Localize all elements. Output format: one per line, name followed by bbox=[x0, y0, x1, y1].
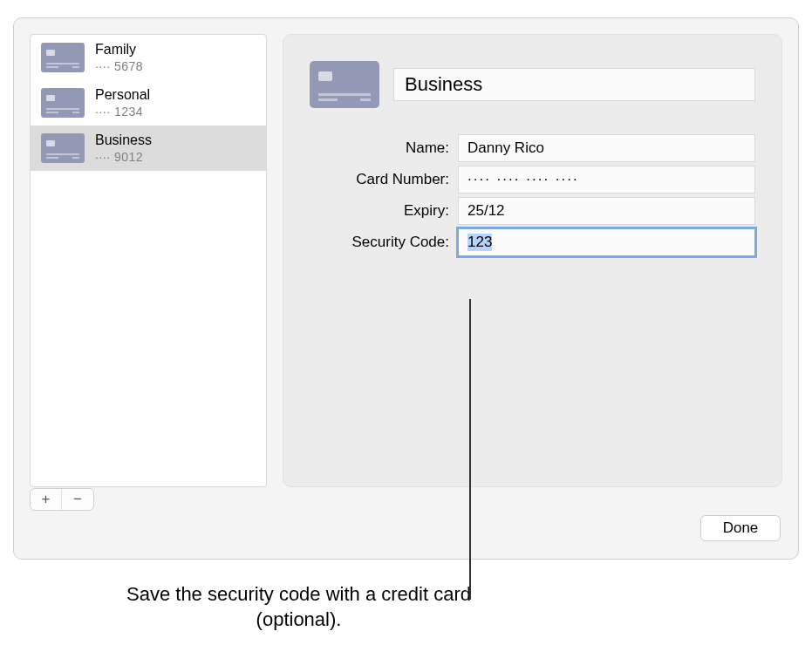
name-row: Name: bbox=[310, 134, 755, 162]
svg-rect-1 bbox=[46, 50, 55, 56]
expiry-label: Expiry: bbox=[310, 202, 449, 220]
security-code-label: Security Code: bbox=[310, 234, 449, 251]
svg-rect-8 bbox=[46, 112, 58, 113]
callout-text: Save the security code with a credit car… bbox=[13, 582, 471, 632]
sidebar-item-family[interactable]: Family ···· 5678 bbox=[31, 35, 266, 80]
credit-card-icon bbox=[41, 133, 85, 163]
card-title: Personal bbox=[95, 87, 150, 103]
done-button[interactable]: Done bbox=[700, 515, 781, 541]
svg-rect-4 bbox=[72, 66, 79, 68]
svg-rect-9 bbox=[72, 112, 79, 113]
security-code-value: 123 bbox=[467, 234, 492, 251]
svg-rect-7 bbox=[46, 108, 79, 110]
card-header bbox=[310, 61, 755, 108]
svg-rect-11 bbox=[46, 140, 55, 146]
card-list: Family ···· 5678 Personal ···· 1234 bbox=[30, 34, 267, 487]
sidebar-item-personal[interactable]: Personal ···· 1234 bbox=[31, 80, 266, 126]
annotation-callout: Save the security code with a credit car… bbox=[13, 582, 799, 632]
name-input[interactable] bbox=[458, 134, 755, 162]
card-title-input[interactable] bbox=[393, 68, 755, 101]
main-content: Family ···· 5678 Personal ···· 1234 bbox=[30, 34, 782, 487]
sidebar-item-text: Family ···· 5678 bbox=[95, 42, 143, 73]
svg-rect-6 bbox=[46, 95, 55, 101]
card-title: Family bbox=[95, 42, 143, 58]
security-code-input[interactable]: 123 bbox=[458, 228, 755, 256]
svg-rect-18 bbox=[318, 98, 338, 101]
card-last-digits: ···· 5678 bbox=[95, 59, 143, 73]
sidebar-item-text: Business ···· 9012 bbox=[95, 132, 152, 164]
svg-rect-14 bbox=[72, 157, 79, 159]
svg-rect-12 bbox=[46, 153, 79, 155]
name-label: Name: bbox=[310, 139, 449, 157]
svg-rect-17 bbox=[318, 93, 371, 96]
expiry-row: Expiry: bbox=[310, 197, 755, 225]
card-last-digits: ···· 9012 bbox=[95, 150, 152, 164]
number-input[interactable]: ···· ···· ···· ···· bbox=[458, 166, 755, 193]
credit-card-icon bbox=[41, 43, 85, 72]
card-title: Business bbox=[95, 132, 152, 148]
card-last-digits: ···· 1234 bbox=[95, 105, 150, 119]
credit-card-icon bbox=[310, 61, 379, 108]
svg-rect-3 bbox=[46, 66, 58, 68]
credit-cards-window: Family ···· 5678 Personal ···· 1234 bbox=[13, 17, 799, 560]
svg-rect-19 bbox=[360, 98, 371, 101]
callout-line bbox=[469, 299, 471, 600]
svg-rect-13 bbox=[46, 157, 58, 159]
number-label: Card Number: bbox=[310, 171, 449, 188]
svg-rect-2 bbox=[46, 63, 79, 64]
svg-rect-16 bbox=[318, 71, 332, 81]
sidebar-item-text: Personal ···· 1234 bbox=[95, 87, 150, 119]
card-detail-panel: Name: Card Number: ···· ···· ···· ···· E… bbox=[283, 34, 782, 487]
number-row: Card Number: ···· ···· ···· ···· bbox=[310, 166, 755, 193]
security-code-row: Security Code: 123 bbox=[310, 228, 755, 256]
add-remove-buttons: + − bbox=[30, 488, 94, 511]
credit-card-icon bbox=[41, 88, 85, 118]
remove-card-button[interactable]: − bbox=[62, 489, 93, 510]
sidebar-item-business[interactable]: Business ···· 9012 bbox=[31, 126, 266, 171]
add-card-button[interactable]: + bbox=[31, 489, 62, 510]
expiry-input[interactable] bbox=[458, 197, 755, 225]
